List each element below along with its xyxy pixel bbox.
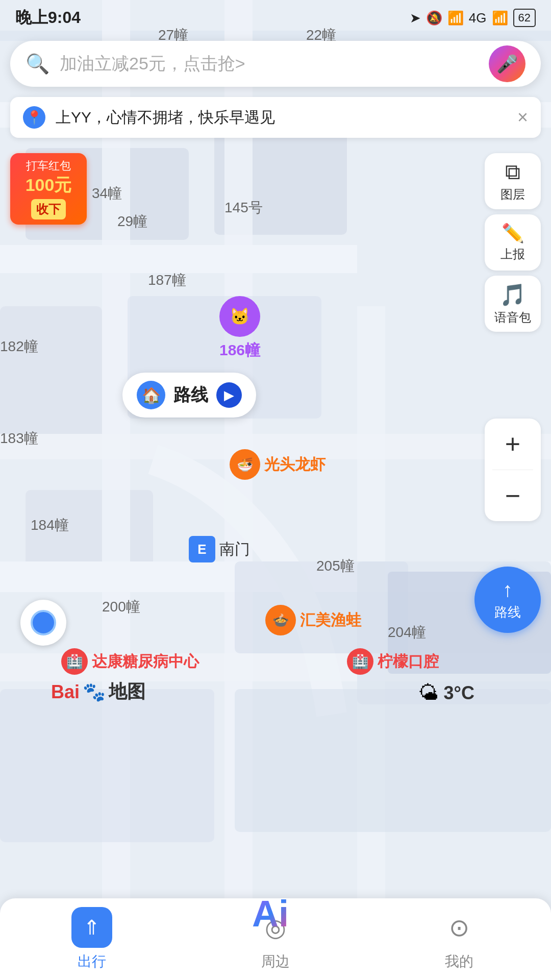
red-packet-collect-button[interactable]: 收下 bbox=[31, 199, 66, 219]
route-label: 路线 bbox=[494, 603, 521, 621]
location-button[interactable] bbox=[20, 600, 66, 646]
signal-mute-icon: 🔕 bbox=[426, 10, 442, 26]
signal-bars-icon: 📶 bbox=[447, 10, 464, 26]
poi-guangtou-name: 光头龙虾 bbox=[264, 454, 325, 475]
svg-rect-18 bbox=[235, 689, 551, 832]
svg-rect-7 bbox=[0, 245, 357, 273]
marker-186[interactable]: 🐱 186幢 bbox=[219, 296, 260, 361]
voice-pack-icon: 🎵 bbox=[499, 282, 526, 307]
ai-button[interactable]: Ai bbox=[219, 863, 321, 965]
weather-temp: 3°C bbox=[444, 682, 474, 704]
poi-dakang[interactable]: 🏥 达康糖尿病中心 bbox=[61, 648, 199, 675]
location-dot-icon bbox=[31, 610, 56, 635]
baidu-paw-icon: 🐾 bbox=[83, 681, 106, 703]
nav-item-travel[interactable]: ⇑ 出行 bbox=[0, 907, 184, 971]
red-packet-amount: 100元 bbox=[15, 174, 82, 197]
ai-label: Ai bbox=[252, 893, 289, 935]
zoom-controls: + − bbox=[485, 419, 541, 521]
report-label: 上报 bbox=[500, 246, 525, 262]
poi-guangtou-icon: 🍜 bbox=[230, 449, 260, 480]
baidu-map-text: 地图 bbox=[109, 679, 145, 704]
poi-guangtou[interactable]: 🍜 光头龙虾 bbox=[230, 449, 325, 480]
banner-pin-icon: 📍 bbox=[23, 106, 45, 129]
microphone-icon: 🎤 bbox=[496, 54, 518, 74]
zoom-out-button[interactable]: − bbox=[485, 470, 541, 521]
route-arrow-icon: ↑ bbox=[503, 578, 513, 601]
banner-close-button[interactable]: × bbox=[517, 107, 528, 128]
banner-text: 上YY，心情不拥堵，快乐早遇见 bbox=[56, 107, 517, 128]
weather-widget: 🌤 3°C bbox=[418, 681, 474, 704]
signal-bars2-icon: 📶 bbox=[492, 10, 508, 26]
weather-sun-icon: 🌤 bbox=[418, 681, 439, 704]
zoom-in-button[interactable]: + bbox=[485, 419, 541, 470]
4g-icon: 4G bbox=[469, 10, 487, 26]
map-area[interactable] bbox=[0, 0, 551, 980]
baidu-bai-text: Bai bbox=[51, 681, 80, 703]
voice-pack-label: 语音包 bbox=[494, 309, 531, 326]
poi-nanmen-icon: E bbox=[189, 536, 215, 562]
baidu-logo: Bai 🐾 地图 bbox=[51, 679, 145, 704]
purple-pin-icon: 🐱 bbox=[219, 296, 260, 337]
banner: 📍 上YY，心情不拥堵，快乐早遇见 × bbox=[10, 97, 541, 138]
poi-nanmen-name: 南门 bbox=[219, 539, 250, 560]
report-button[interactable]: ✏️ 上报 bbox=[485, 214, 541, 271]
poi-huimei[interactable]: 🍲 汇美渔蛙 bbox=[265, 605, 361, 635]
layers-icon: ⧉ bbox=[505, 160, 520, 184]
poi-dakang-name: 达康糖尿病中心 bbox=[92, 651, 199, 672]
red-packet-type: 打车红包 bbox=[15, 158, 82, 174]
poi-ningmeng[interactable]: 🏥 柠檬口腔 bbox=[347, 648, 439, 675]
right-tools: ⧉ 图层 ✏️ 上报 🎵 语音包 bbox=[485, 153, 541, 332]
report-icon: ✏️ bbox=[502, 223, 524, 244]
layers-button[interactable]: ⧉ 图层 bbox=[485, 153, 541, 209]
search-bar[interactable]: 🔍 加油立减25元，点击抢> 🎤 bbox=[10, 41, 541, 87]
route-button[interactable]: ↑ 路线 bbox=[474, 567, 541, 633]
poi-huimei-icon: 🍲 bbox=[265, 605, 296, 635]
poi-nanmen[interactable]: E 南门 bbox=[189, 536, 250, 562]
mine-icon: ⊙ bbox=[439, 907, 480, 948]
poi-huimei-name: 汇美渔蛙 bbox=[300, 610, 361, 631]
poi-ningmeng-icon: 🏥 bbox=[347, 648, 373, 675]
navigation-icon: ➤ bbox=[410, 10, 421, 26]
status-icons: ➤ 🔕 📶 4G 📶 62 bbox=[410, 9, 536, 27]
voice-pack-button[interactable]: 🎵 语音包 bbox=[485, 276, 541, 332]
nav-bubble[interactable]: 🏠 路线 ▶ bbox=[122, 373, 256, 418]
pin-186-label: 186幢 bbox=[219, 340, 260, 361]
nav-item-mine[interactable]: ⊙ 我的 bbox=[367, 907, 551, 971]
poi-dakang-icon: 🏥 bbox=[61, 648, 88, 675]
mine-label: 我的 bbox=[445, 952, 473, 971]
search-placeholder: 加油立减25元，点击抢> bbox=[60, 52, 489, 76]
nav-arrow-icon: ▶ bbox=[216, 382, 242, 408]
travel-label: 出行 bbox=[78, 952, 106, 971]
travel-icon: ⇑ bbox=[71, 907, 112, 948]
nav-home-icon: 🏠 bbox=[137, 381, 165, 409]
poi-ningmeng-name: 柠檬口腔 bbox=[378, 651, 439, 672]
search-icon: 🔍 bbox=[26, 53, 49, 75]
svg-rect-17 bbox=[0, 689, 214, 842]
nav-bubble-label: 路线 bbox=[173, 383, 208, 407]
red-packet[interactable]: 打车红包 100元 收下 bbox=[10, 153, 87, 225]
status-bar: 晚上9:04 ➤ 🔕 📶 4G 📶 62 bbox=[0, 0, 551, 36]
layers-label: 图层 bbox=[500, 186, 525, 203]
status-time: 晚上9:04 bbox=[15, 7, 81, 29]
battery-icon: 62 bbox=[513, 9, 536, 27]
voice-search-button[interactable]: 🎤 bbox=[489, 45, 525, 82]
